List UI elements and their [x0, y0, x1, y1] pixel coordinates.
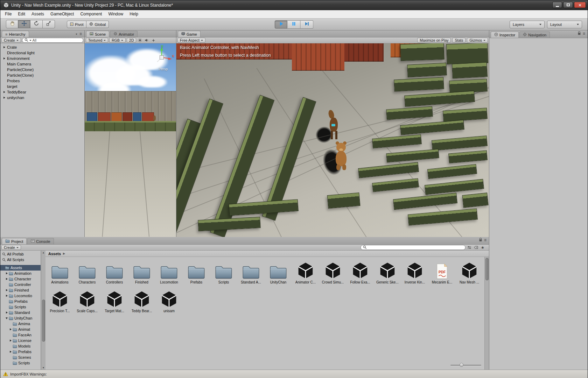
- disclosure-triangle[interactable]: [5, 277, 8, 281]
- asset-item[interactable]: Nav Mesh ...: [456, 260, 483, 284]
- disclosure-triangle[interactable]: [5, 288, 8, 292]
- asset-item[interactable]: unisam: [155, 288, 183, 313]
- menu-file[interactable]: File: [2, 10, 15, 18]
- toggle-2d-button[interactable]: 2D: [127, 38, 136, 43]
- pivot-toggle-button[interactable]: Pivot: [67, 21, 86, 28]
- tab-inspector[interactable]: Inspector: [491, 31, 519, 38]
- aspect-dropdown[interactable]: Free Aspect: [177, 38, 205, 43]
- scrollbar-thumb[interactable]: [42, 300, 45, 342]
- project-tree-item[interactable]: Animation: [0, 271, 41, 276]
- asset-item[interactable]: Crowd Simu...: [319, 260, 346, 284]
- play-button[interactable]: [275, 20, 288, 29]
- asset-item[interactable]: Precision T...: [46, 288, 74, 313]
- tree-scrollbar[interactable]: ▲ ▼: [41, 251, 46, 370]
- stats-button[interactable]: Stats: [452, 38, 465, 43]
- lock-icon[interactable]: [479, 237, 482, 243]
- project-tree-item[interactable]: Prefabs: [0, 349, 41, 355]
- menu-help[interactable]: Help: [126, 10, 141, 18]
- axis-gizmo[interactable]: y x Persp: [149, 45, 174, 76]
- audio-toggle-icon[interactable]: [144, 38, 149, 43]
- project-tree-item[interactable]: UnityChan: [0, 315, 41, 321]
- hierarchy-item[interactable]: target: [0, 84, 84, 89]
- search-filter-icon[interactable]: [29, 40, 31, 41]
- asset-item[interactable]: Controllers: [101, 260, 128, 284]
- tab-dropdown-icon[interactable]: ▼: [75, 33, 78, 35]
- project-tree-item[interactable]: Finished: [0, 287, 41, 293]
- favorite-star-icon[interactable]: ★: [480, 245, 485, 250]
- disclosure-triangle[interactable]: [9, 328, 12, 331]
- scroll-up-icon[interactable]: ▲: [41, 251, 46, 254]
- project-tree-item[interactable]: FaceAn: [0, 332, 41, 338]
- hierarchy-item[interactable]: Main Camera: [0, 61, 84, 67]
- menu-assets[interactable]: Assets: [28, 10, 47, 18]
- effects-toggle-icon[interactable]: [150, 38, 156, 43]
- grid-scrollbar[interactable]: [484, 257, 489, 370]
- asset-item[interactable]: Finished: [128, 260, 155, 284]
- hierarchy-item[interactable]: Crate: [0, 44, 84, 50]
- tab-hierarchy[interactable]: ≡ Hierarchy: [2, 31, 29, 37]
- asset-item[interactable]: Characters: [74, 260, 101, 284]
- panel-menu-icon[interactable]: ≡: [79, 32, 82, 36]
- menu-component[interactable]: Component: [77, 10, 105, 18]
- disclosure-triangle[interactable]: [5, 311, 8, 314]
- slider-knob[interactable]: [460, 363, 463, 367]
- project-tree-item[interactable]: Assets: [0, 265, 41, 271]
- project-tree-item[interactable]: Amima: [0, 321, 41, 327]
- gizmos-dropdown[interactable]: Gizmos: [467, 38, 488, 43]
- project-favorite[interactable]: All Prefab: [0, 251, 41, 257]
- project-tree-item[interactable]: Animat: [0, 327, 41, 332]
- hand-tool-button[interactable]: [6, 20, 18, 28]
- disclosure-triangle[interactable]: [9, 350, 12, 354]
- project-tree-item[interactable]: Models: [0, 343, 41, 349]
- hierarchy-search[interactable]: All: [22, 38, 83, 43]
- global-toggle-button[interactable]: Global: [86, 21, 109, 28]
- rotate-tool-button[interactable]: [30, 20, 43, 28]
- lighting-toggle-icon[interactable]: [137, 38, 143, 43]
- asset-item[interactable]: Animator C...: [292, 260, 319, 284]
- tab-animator[interactable]: Animator: [110, 31, 138, 37]
- hierarchy-item[interactable]: Directional light: [0, 50, 84, 56]
- asset-item[interactable]: Generic Ske...: [374, 260, 401, 284]
- menu-gameobject[interactable]: GameObject: [47, 10, 77, 18]
- status-message[interactable]: ImportFBX Warnings:: [10, 372, 47, 376]
- project-search-input[interactable]: [368, 245, 463, 250]
- disclosure-triangle[interactable]: [5, 316, 8, 320]
- asset-item[interactable]: Follow Exa...: [346, 260, 374, 284]
- scrollbar-thumb[interactable]: [485, 258, 489, 280]
- project-tree-item[interactable]: Scenes: [0, 355, 41, 360]
- asset-item[interactable]: Scale Caps...: [74, 288, 101, 313]
- search-by-type-icon[interactable]: [467, 245, 472, 250]
- breadcrumb-folder[interactable]: Assets: [48, 252, 61, 256]
- project-tree-item[interactable]: Scripts: [0, 304, 41, 310]
- panel-menu-icon[interactable]: ≡: [484, 238, 486, 242]
- project-tree-item[interactable]: Scripts: [0, 360, 41, 366]
- project-favorite[interactable]: All Scripts: [0, 257, 41, 262]
- tab-console[interactable]: Console: [27, 238, 54, 244]
- tab-project[interactable]: Project: [2, 238, 27, 244]
- asset-item[interactable]: Prefabs: [183, 260, 210, 284]
- hierarchy-item[interactable]: Probes: [0, 78, 84, 84]
- close-button[interactable]: ×: [574, 2, 586, 8]
- menu-window[interactable]: Window: [105, 10, 126, 18]
- asset-item[interactable]: Inverse Kin...: [401, 260, 428, 284]
- asset-item[interactable]: Locomotion: [155, 260, 183, 284]
- render-mode-dropdown[interactable]: RGB: [109, 38, 126, 43]
- layers-dropdown[interactable]: Layers: [510, 21, 545, 28]
- tab-scene[interactable]: Scene: [86, 31, 109, 37]
- project-tree-item[interactable]: Prefabs: [0, 299, 41, 304]
- scroll-down-icon[interactable]: ▼: [41, 366, 46, 370]
- disclosure-triangle[interactable]: [5, 294, 8, 298]
- draw-mode-dropdown[interactable]: Textured: [86, 38, 108, 43]
- pause-button[interactable]: [288, 20, 301, 29]
- scale-tool-button[interactable]: [43, 20, 55, 28]
- asset-item[interactable]: UnityChan: [265, 260, 292, 284]
- project-create-button[interactable]: Create: [1, 245, 21, 250]
- hierarchy-item[interactable]: Particle(Clone): [0, 67, 84, 72]
- hierarchy-item[interactable]: Particle(Clone): [0, 72, 84, 78]
- panel-menu-icon[interactable]: ≡: [583, 31, 585, 36]
- project-tree-item[interactable]: Standard: [0, 310, 41, 315]
- hierarchy-create-button[interactable]: Create: [1, 38, 21, 43]
- hierarchy-item[interactable]: Environment: [0, 56, 84, 61]
- project-tree-item[interactable]: Locomotio: [0, 293, 41, 299]
- search-by-label-icon[interactable]: [473, 245, 479, 250]
